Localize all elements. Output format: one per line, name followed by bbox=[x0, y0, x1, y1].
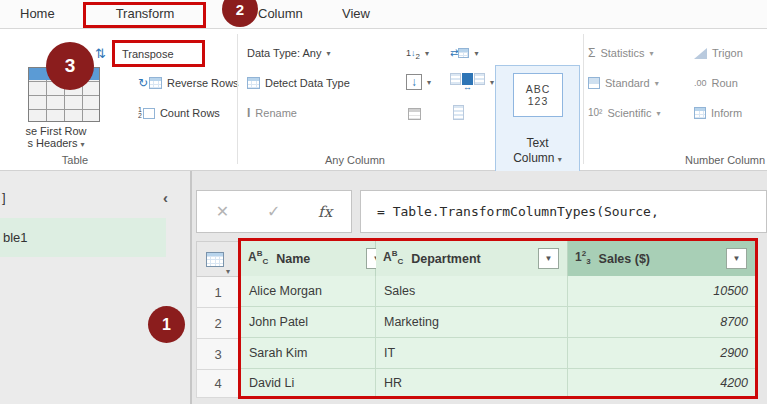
chevron-down-icon: ▾ bbox=[425, 49, 429, 58]
transpose-label: Transpose bbox=[122, 48, 174, 60]
filter-dropdown-button[interactable]: ▼ bbox=[538, 248, 559, 269]
transpose-button[interactable]: Transpose bbox=[122, 43, 174, 65]
ribbon-tab-bar: Home Transform Column View bbox=[0, 0, 767, 29]
row-header-4[interactable]: 4 bbox=[196, 370, 240, 398]
information-icon bbox=[694, 107, 706, 119]
formula-text: = Table.TransformColumnTypes(Source, bbox=[377, 204, 659, 219]
fill-button[interactable]: ↓ ▾ bbox=[406, 71, 431, 93]
count-rows-button[interactable]: 12 Count Rows bbox=[138, 102, 220, 124]
count-rows-label: Count Rows bbox=[160, 107, 220, 119]
tab-add-column[interactable]: Column bbox=[252, 0, 309, 28]
reverse-rows-button[interactable]: ↻ Reverse Rows bbox=[138, 72, 239, 94]
column-header-label: Department bbox=[411, 252, 480, 266]
formula-bar-buttons: ✕ ✓ fx bbox=[196, 190, 352, 233]
chevron-down-icon: ▾ bbox=[427, 78, 431, 87]
tab-home[interactable]: Home bbox=[14, 0, 61, 28]
cell-sales-3[interactable]: 2900 bbox=[568, 338, 756, 369]
number-type-icon: 123 bbox=[575, 250, 591, 266]
column-header-label: Sales ($) bbox=[599, 252, 650, 266]
cancel-formula-icon[interactable]: ✕ bbox=[216, 202, 229, 221]
queries-panel-header: ] bbox=[2, 190, 6, 205]
pivot-column-button[interactable]: ↔ ▾ bbox=[450, 71, 494, 93]
column-header-label: Name bbox=[276, 252, 310, 266]
cell-department-1[interactable]: Sales bbox=[376, 276, 568, 307]
power-query-editor-window: Home Transform Column View se First Row … bbox=[0, 0, 767, 404]
information-label: Inform bbox=[711, 107, 742, 119]
cell-department-4[interactable]: HR bbox=[376, 369, 568, 396]
query-list-item-selected[interactable]: ble1 bbox=[0, 218, 166, 257]
formula-input[interactable]: = Table.TransformColumnTypes(Source, bbox=[360, 190, 767, 233]
confirm-formula-icon[interactable]: ✓ bbox=[267, 202, 280, 221]
move-button[interactable]: ⇄ ▾ bbox=[450, 42, 478, 64]
statistics-button[interactable]: Σ Statistics ▾ bbox=[588, 42, 653, 64]
use-first-row-label-line1: se First Row bbox=[0, 125, 112, 137]
cell-department-2[interactable]: Marketing bbox=[376, 307, 568, 338]
information-button[interactable]: Inform bbox=[694, 102, 742, 124]
convert-to-list-button[interactable] bbox=[453, 101, 464, 123]
chevron-down-icon: ▾ bbox=[655, 79, 659, 88]
cell-department-3[interactable]: IT bbox=[376, 338, 568, 369]
group-divider bbox=[583, 34, 584, 164]
cell-name-4[interactable]: David Li bbox=[241, 369, 376, 396]
any-column-group-label: Any Column bbox=[290, 154, 420, 166]
scientific-icon: 10² bbox=[588, 108, 602, 118]
chevron-down-icon: ▾ bbox=[226, 267, 230, 276]
collapse-pane-icon[interactable]: ‹ bbox=[163, 189, 168, 206]
queries-panel bbox=[0, 171, 190, 404]
rename-button[interactable]: I Rename bbox=[247, 102, 297, 124]
detect-data-type-button[interactable]: Detect Data Type bbox=[247, 72, 350, 94]
statistics-label: Statistics bbox=[600, 47, 644, 59]
chevron-down-icon: ▾ bbox=[81, 140, 85, 149]
row-header-1[interactable]: 1 bbox=[196, 277, 240, 308]
column-header-department[interactable]: ABC Department ▼ bbox=[376, 241, 568, 276]
pivot-column-icon: ↔ bbox=[450, 73, 485, 92]
select-all-corner-button[interactable]: ▾ bbox=[196, 241, 240, 277]
cell-sales-2[interactable]: 8700 bbox=[568, 307, 756, 338]
table-corner-icon bbox=[206, 252, 224, 267]
data-type-button[interactable]: Data Type: Any ▾ bbox=[247, 42, 330, 64]
trigonometry-button[interactable]: Trigon bbox=[694, 42, 743, 64]
use-first-row-as-headers-button[interactable]: se First Row s Headers ▾ bbox=[0, 125, 112, 149]
row-header-2[interactable]: 2 bbox=[196, 308, 240, 339]
replace-values-button[interactable]: 1↓2 ▾ bbox=[406, 42, 429, 64]
text-column-label-line2: Column bbox=[513, 151, 554, 165]
standard-label: Standard bbox=[605, 77, 650, 89]
transpose-icon: ⇅ bbox=[95, 42, 106, 64]
statistics-icon: Σ bbox=[588, 47, 595, 59]
chevron-down-icon: ▾ bbox=[326, 49, 330, 58]
filter-icon: ▼ bbox=[733, 254, 741, 263]
ribbon: se First Row s Headers ▾ ⇅ Transpose ↻ R… bbox=[0, 29, 767, 171]
table-group-label: Table bbox=[20, 154, 130, 166]
detect-data-type-icon bbox=[247, 77, 260, 89]
trigonometry-icon bbox=[694, 48, 707, 59]
rename-icon: I bbox=[247, 107, 250, 119]
chevron-down-icon: ▾ bbox=[558, 155, 562, 164]
reverse-rows-label: Reverse Rows bbox=[167, 77, 239, 89]
standard-button[interactable]: Standard ▾ bbox=[588, 72, 659, 94]
data-type-label: Data Type: Any bbox=[247, 47, 321, 59]
column-header-sales[interactable]: 123 Sales ($) ▼ bbox=[568, 241, 756, 276]
cell-name-3[interactable]: Sarah Kim bbox=[241, 338, 376, 369]
cell-sales-4[interactable]: 4200 bbox=[568, 369, 756, 396]
rename-label: Rename bbox=[255, 107, 297, 119]
tab-transform[interactable]: Transform bbox=[100, 0, 190, 28]
row-header-3[interactable]: 3 bbox=[196, 339, 240, 370]
rounding-label: Roun bbox=[712, 77, 738, 89]
panel-divider[interactable] bbox=[190, 171, 192, 404]
move-icon: ⇄ bbox=[450, 48, 469, 58]
scientific-button[interactable]: 10² Scientific ▾ bbox=[588, 102, 661, 124]
group-divider bbox=[237, 34, 238, 164]
filter-dropdown-button[interactable]: ▼ bbox=[726, 248, 747, 269]
text-column-icon: ABC 123 bbox=[513, 73, 563, 117]
fx-icon[interactable]: fx bbox=[318, 203, 332, 221]
rounding-button[interactable]: .00 Roun bbox=[694, 72, 738, 94]
cell-name-1[interactable]: Alice Morgan bbox=[241, 276, 376, 307]
move-disabled-icon bbox=[408, 108, 421, 120]
tab-view[interactable]: View bbox=[336, 0, 376, 28]
move-disabled-button[interactable] bbox=[408, 103, 421, 125]
column-header-name[interactable]: ABC Name ▼ bbox=[241, 241, 376, 276]
reverse-rows-icon: ↻ bbox=[138, 77, 162, 89]
cell-sales-1[interactable]: 10500 bbox=[568, 276, 756, 307]
cell-name-2[interactable]: John Patel bbox=[241, 307, 376, 338]
detect-data-type-label: Detect Data Type bbox=[265, 77, 350, 89]
